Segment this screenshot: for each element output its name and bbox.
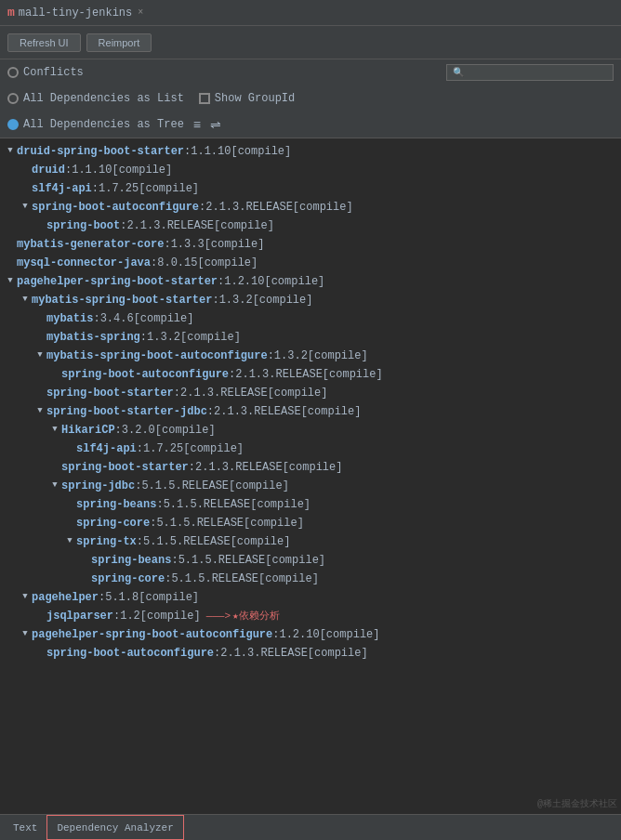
all-deps-list-radio[interactable]: All Dependencies as List: [7, 92, 184, 105]
dep-scope: [compile]: [134, 310, 194, 327]
tree-item[interactable]: spring-boot-autoconfigure : 2.1.3.RELEAS…: [0, 644, 621, 663]
dep-version: 5.1.5.RELEASE: [156, 515, 244, 532]
dep-separator: :: [93, 310, 99, 327]
dep-separator: :: [156, 496, 163, 513]
dep-scope: [compile]: [231, 143, 291, 160]
all-deps-list-label: All Dependencies as List: [23, 92, 184, 105]
dep-separator: :: [137, 440, 143, 457]
tree-item[interactable]: jsqlparser : 1.2 [compile]———>★依赖分析: [0, 607, 621, 625]
tree-item[interactable]: mysql-connector-java : 8.0.15 [compile]: [0, 254, 621, 272]
tree-item[interactable]: spring-boot-autoconfigure : 2.1.3.RELEAS…: [0, 365, 621, 384]
tree-item[interactable]: spring-boot-starter : 2.1.3.RELEASE [com…: [0, 384, 621, 402]
tree-item[interactable]: ▼HikariCP : 3.2.0 [compile]: [0, 421, 621, 440]
dep-name: spring-beans: [76, 496, 156, 513]
all-deps-tree-radio-circle: [7, 119, 19, 130]
dep-separator: :: [150, 515, 156, 532]
tree-item[interactable]: ▼druid-spring-boot-starter : 1.1.10 [com…: [0, 142, 621, 161]
dep-scope: [compile]: [258, 571, 319, 587]
dep-scope: [compile]: [293, 199, 353, 216]
tree-item[interactable]: spring-core : 5.1.5.RELEASE [compile]: [0, 514, 621, 532]
search-input[interactable]: [468, 67, 598, 78]
dep-version: 1.7.25: [143, 440, 183, 457]
dep-name: mybatis-spring-boot-starter: [32, 292, 212, 308]
tree-item[interactable]: slf4j-api : 1.7.25 [compile]: [0, 179, 621, 198]
tree-item[interactable]: spring-boot-starter : 2.1.3.RELEASE [com…: [0, 458, 621, 477]
dep-scope: [compile]: [265, 552, 325, 569]
triangle-icon: ▼: [48, 424, 61, 437]
tree-item[interactable]: spring-core : 5.1.5.RELEASE [compile]: [0, 570, 621, 588]
dep-name: HikariCP: [61, 422, 115, 439]
dep-version: 2.1.3.RELEASE: [205, 199, 293, 216]
tree-item[interactable]: mybatis : 3.4.6 [compile]: [0, 309, 621, 328]
dep-version: 5.1.8: [105, 589, 139, 606]
tree-item[interactable]: ▼spring-jdbc : 5.1.5.RELEASE [compile]: [0, 477, 621, 495]
dep-separator: :: [171, 552, 178, 569]
dep-name: druid-spring-boot-starter: [17, 143, 184, 160]
dep-version: 1.2.10: [224, 273, 264, 290]
dep-name: mysql-connector-java: [17, 255, 151, 271]
dep-separator: :: [212, 292, 218, 308]
dep-version: 1.3.2: [147, 329, 180, 346]
dep-scope: [compile]: [205, 236, 265, 253]
refresh-ui-button[interactable]: Refresh UI: [7, 33, 81, 52]
dep-scope: [compile]: [323, 366, 383, 383]
tree-item[interactable]: ▼spring-boot-starter-jdbc : 2.1.3.RELEAS…: [0, 402, 621, 421]
tree-item[interactable]: ▼pagehelper : 5.1.8 [compile]: [0, 588, 621, 607]
options-bar: Conflicts 🔍 All Dependencies as List Sho…: [0, 59, 621, 138]
dep-version: 3.4.6: [100, 310, 134, 327]
conflicts-radio[interactable]: Conflicts: [7, 66, 84, 79]
dep-scope: [compile]: [139, 180, 199, 197]
dep-version: 5.1.5.RELEASE: [171, 571, 258, 587]
dep-separator: :: [229, 366, 235, 383]
tree-item[interactable]: spring-beans : 5.1.5.RELEASE [compile]: [0, 495, 621, 514]
dep-name: mybatis-generator-core: [17, 236, 164, 253]
dep-separator: :: [65, 162, 72, 178]
dep-separator: :: [272, 626, 279, 643]
dep-scope: [compile]: [140, 608, 201, 624]
dep-separator: :: [135, 478, 141, 494]
triangle-icon: ▼: [4, 145, 17, 158]
search-icon: 🔍: [453, 67, 464, 78]
dep-version: 2.1.3.RELEASE: [220, 645, 308, 662]
dep-version: 1.3.2: [274, 348, 308, 364]
tree-item[interactable]: spring-boot : 2.1.3.RELEASE [compile]: [0, 217, 621, 235]
close-icon[interactable]: ×: [138, 7, 143, 18]
dep-separator: :: [165, 571, 171, 587]
reimport-button[interactable]: Reimport: [86, 33, 152, 52]
dep-separator: :: [218, 273, 224, 290]
tree-item[interactable]: ▼pagehelper-spring-boot-starter : 1.2.10…: [0, 272, 621, 291]
dep-separator: :: [174, 385, 180, 401]
tree-panel[interactable]: ▼druid-spring-boot-starter : 1.1.10 [com…: [0, 138, 621, 815]
tree-item[interactable]: mybatis-generator-core : 1.3.3 [compile]: [0, 235, 621, 254]
tree-item[interactable]: ▼mybatis-spring-boot-starter : 1.3.2 [co…: [0, 291, 621, 309]
annotation-arrow: ———>: [206, 609, 231, 624]
dep-scope: [compile]: [250, 496, 310, 513]
tree-item[interactable]: ▼spring-tx : 5.1.5.RELEASE [compile]: [0, 532, 621, 551]
tree-item[interactable]: ▼mybatis-spring-boot-autoconfigure : 1.3…: [0, 347, 621, 365]
tree-item[interactable]: mybatis-spring : 1.3.2 [compile]: [0, 328, 621, 347]
tree-item[interactable]: slf4j-api : 1.7.25 [compile]: [0, 440, 621, 458]
triangle-icon: ▼: [4, 275, 17, 288]
all-deps-list-row: All Dependencies as List Show GroupId: [0, 85, 621, 112]
triangle-icon: ▼: [33, 349, 46, 362]
dep-version: 1.3.3: [171, 236, 205, 253]
expand-all-button[interactable]: ≡: [192, 117, 203, 132]
dep-version: 3.2.0: [122, 422, 155, 439]
dep-name: mybatis-spring: [46, 329, 140, 346]
tab-dependency-analyzer[interactable]: Dependency Analyzer: [46, 815, 183, 840]
tree-item[interactable]: ▼spring-boot-autoconfigure : 2.1.3.RELEA…: [0, 198, 621, 217]
tree-icon-group: ≡ ⇌: [192, 117, 223, 132]
collapse-all-button[interactable]: ⇌: [208, 117, 223, 132]
dep-name: spring-core: [76, 515, 150, 532]
tree-item[interactable]: ▼pagehelper-spring-boot-autoconfigure : …: [0, 625, 621, 644]
show-group-id-checkbox[interactable]: Show GroupId: [199, 92, 295, 105]
dep-name: mybatis: [46, 310, 93, 327]
dep-separator: :: [99, 589, 105, 606]
dep-separator: :: [199, 199, 205, 216]
all-deps-tree-radio[interactable]: All Dependencies as Tree: [7, 118, 184, 131]
conflicts-row: Conflicts 🔍: [0, 59, 621, 85]
tree-item[interactable]: druid : 1.1.10 [compile]: [0, 161, 621, 179]
tree-item[interactable]: spring-beans : 5.1.5.RELEASE [compile]: [0, 551, 621, 570]
dep-version: 2.1.3.RELEASE: [214, 403, 301, 420]
tab-text[interactable]: Text: [4, 815, 46, 840]
